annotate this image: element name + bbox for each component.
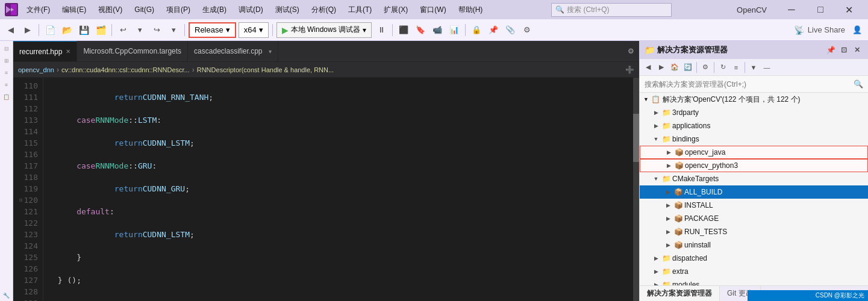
stb-sync-btn[interactable]: 🔄 <box>682 61 694 73</box>
toolbar-btn-7[interactable]: 📎 <box>503 23 517 37</box>
global-search-box[interactable]: 🔍 搜索 (Ctrl+Q) <box>551 3 672 17</box>
breadcrumb-add-button[interactable]: ➕ <box>625 66 634 74</box>
stb-filter-btn[interactable]: ▼ <box>748 61 760 73</box>
tree-node-3rdparty[interactable]: ▶ 📁 3rdparty <box>640 106 868 119</box>
toolbar-btn-1[interactable]: ⬛ <box>396 23 411 37</box>
solution-root-expand[interactable]: ▼ <box>643 96 649 102</box>
tree-node-uninstall[interactable]: ▶ 📦 uninstall <box>640 238 868 252</box>
stb-back-btn[interactable]: ◀ <box>642 61 654 73</box>
tree-node-install[interactable]: ▶ 📦 INSTALL <box>640 199 868 212</box>
maximize-button[interactable]: □ <box>807 0 834 19</box>
tree-node-modules[interactable]: ▶ 📁 modules <box>640 278 868 285</box>
toolbar-btn-3[interactable]: 📹 <box>430 23 445 37</box>
breadcrumb-method[interactable]: RNNDescriptor(const Handle & handle, RNN… <box>197 66 334 73</box>
tree-node-dispatched[interactable]: ▶ 📁 dispatched <box>640 252 868 265</box>
vertical-scrollbar[interactable] <box>633 78 639 301</box>
tab-recurrent-hpp[interactable]: recurrent.hpp ✕ <box>13 41 77 61</box>
undo-button[interactable]: ↩ <box>116 23 130 37</box>
activity-icon-6[interactable]: 🔧 <box>1 290 12 301</box>
redo-button[interactable]: ↪ <box>149 23 164 37</box>
expand-icon-opencv-java[interactable]: ▶ <box>664 148 673 157</box>
expand-icon-modules[interactable]: ▶ <box>652 281 660 285</box>
menu-help[interactable]: 帮助(H) <box>455 4 487 16</box>
menu-window[interactable]: 窗口(W) <box>416 4 449 16</box>
tree-node-opencv-python3[interactable]: ▶ 📦 opencv_python3 <box>640 159 868 172</box>
menu-extensions[interactable]: 扩展(X) <box>380 4 411 16</box>
expand-icon-all-build[interactable]: ▶ <box>664 188 672 196</box>
stb-home-btn[interactable]: 🏠 <box>669 61 681 73</box>
expand-icon-3rdparty[interactable]: ▶ <box>652 108 660 117</box>
menu-edit[interactable]: 编辑(E) <box>58 4 90 16</box>
stb-toggle-btn[interactable]: ≡ <box>730 61 742 73</box>
menu-project[interactable]: 项目(P) <box>163 4 194 16</box>
activity-icon-5[interactable]: 📋 <box>1 92 12 102</box>
expand-icon-cmaketargets[interactable]: ▼ <box>652 175 660 183</box>
tree-node-run-tests[interactable]: ▶ 📦 RUN_TESTS <box>640 225 868 238</box>
toolbar-btn-6[interactable]: 📌 <box>486 23 501 37</box>
redo-dropdown[interactable]: ▾ <box>166 23 181 37</box>
close-button[interactable]: ✕ <box>835 0 863 19</box>
toolbar-btn-8[interactable]: ⚙ <box>520 23 534 37</box>
activity-icon-3[interactable]: ≡ <box>1 67 12 78</box>
undo-dropdown[interactable]: ▾ <box>133 23 147 37</box>
tab-solution-explorer[interactable]: 解决方案资源管理器 <box>640 286 720 301</box>
menu-analyze[interactable]: 分析(Q) <box>308 4 340 16</box>
run-debugger-button[interactable]: ▶ 本地 Windows 调试器 ▾ <box>276 22 372 38</box>
breadcrumb-namespace[interactable]: opencv_dnn <box>18 66 54 73</box>
forward-button[interactable]: ▶ <box>20 23 35 37</box>
save-button[interactable]: 💾 <box>76 23 91 37</box>
arch-dropdown[interactable]: x64 ▾ <box>239 22 269 38</box>
activity-icon-1[interactable]: ⊟ <box>1 43 12 54</box>
expand-icon-uninstall[interactable]: ▶ <box>664 241 672 249</box>
menu-build[interactable]: 生成(B) <box>199 4 230 16</box>
expand-icon-dispatched[interactable]: ▶ <box>652 254 660 262</box>
expand-icon-install[interactable]: ▶ <box>664 201 672 209</box>
menu-test[interactable]: 测试(S) <box>272 4 303 16</box>
toolbar-btn-2[interactable]: 🔖 <box>413 23 428 37</box>
activity-icon-2[interactable]: ⊞ <box>1 55 12 66</box>
menu-view[interactable]: 视图(V) <box>95 4 126 16</box>
tree-node-package[interactable]: ▶ 📦 PACKAGE <box>640 212 868 225</box>
tree-node-opencv-java[interactable]: ▶ 📦 opencv_java <box>640 146 868 159</box>
stb-settings-btn[interactable]: ⚙ <box>699 61 711 73</box>
activity-icon-4[interactable]: ≡ <box>1 79 12 90</box>
stb-refresh-btn[interactable]: ↻ <box>717 61 729 73</box>
save-all-button[interactable]: 🗂️ <box>93 23 108 37</box>
code-editor[interactable]: return CUDNN_RNN_TANH; case RNNMode::LST… <box>43 78 633 301</box>
expand-icon-run-tests[interactable]: ▶ <box>664 228 672 236</box>
expand-icon-opencv-python3[interactable]: ▶ <box>664 161 673 170</box>
expand-icon-bindings[interactable]: ▼ <box>652 135 660 143</box>
tab-cascadeclassifier[interactable]: cascadeclassifier.cpp ▾ <box>188 41 278 61</box>
pin-panel-button[interactable]: 📌 <box>825 44 837 56</box>
back-button[interactable]: ◀ <box>4 23 18 37</box>
menu-file[interactable]: 文件(F) <box>23 4 54 16</box>
tree-node-all-build[interactable]: ▶ 📦 ALL_BUILD <box>640 185 868 199</box>
stb-collapse-btn[interactable]: — <box>761 61 773 73</box>
tree-node-bindings[interactable]: ▼ 📁 bindings <box>640 132 868 146</box>
solution-root[interactable]: ▼ 📋 解决方案'OpenCV'(122 个项目，共 122 个) <box>640 93 868 106</box>
new-project-button[interactable]: 📄 <box>43 23 57 37</box>
profile-button[interactable]: 👤 <box>850 23 864 37</box>
tree-node-cmaketargets[interactable]: ▼ 📁 CMakeTargets <box>640 172 868 185</box>
stb-forward-btn[interactable]: ▶ <box>655 61 667 73</box>
scrollbar-thumb[interactable] <box>633 114 639 162</box>
expand-icon-applications[interactable]: ▶ <box>652 122 660 130</box>
live-share-button[interactable]: 📡 Live Share <box>794 25 845 35</box>
solution-search-input[interactable] <box>645 80 854 88</box>
breadcrumb-class[interactable]: cv::dnn::cuda4dnn::csl::cudnn::RNNDescr.… <box>61 66 190 73</box>
toolbar-btn-4[interactable]: 📊 <box>447 23 461 37</box>
menu-debug[interactable]: 调试(D) <box>235 4 267 16</box>
pause-button[interactable]: ⏸ <box>374 23 389 37</box>
toolbar-btn-5[interactable]: 🔒 <box>469 23 484 37</box>
expand-icon-extra[interactable]: ▶ <box>652 267 660 276</box>
expand-icon-package[interactable]: ▶ <box>664 214 672 223</box>
tab-settings-button[interactable]: ⚙ <box>623 41 639 61</box>
tree-node-applications[interactable]: ▶ 📁 applications <box>640 119 868 132</box>
open-button[interactable]: 📂 <box>60 23 74 37</box>
tab-microsoft-cppc[interactable]: Microsoft.CppCommon.targets <box>77 41 188 61</box>
undock-button[interactable]: ⊡ <box>838 44 850 56</box>
menu-git[interactable]: Git(G) <box>131 4 158 15</box>
menu-tools[interactable]: 工具(T) <box>345 4 375 16</box>
minimize-button[interactable]: ─ <box>778 0 805 19</box>
close-panel-button[interactable]: ✕ <box>851 44 863 56</box>
